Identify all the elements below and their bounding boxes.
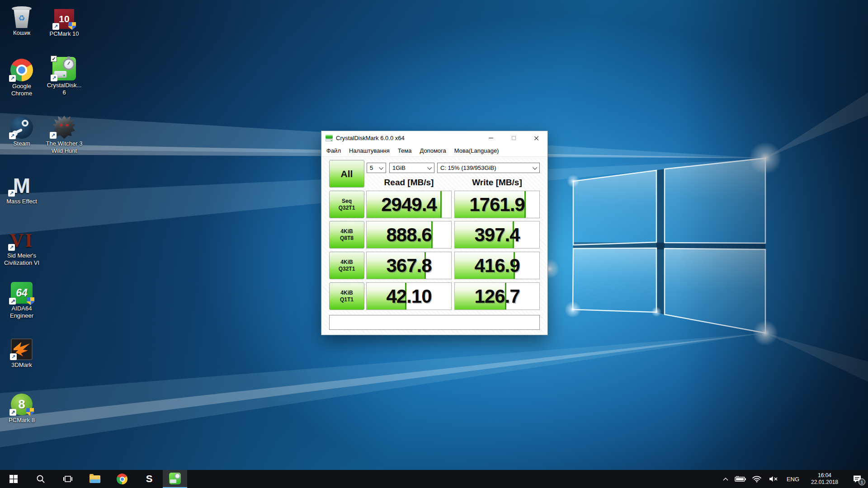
app-icon	[326, 135, 333, 141]
wifi-indicator[interactable]	[749, 470, 765, 488]
skype-icon: S	[146, 473, 153, 485]
icon-label: 3DMark	[0, 361, 43, 369]
shortcut-arrow-icon: ↗	[8, 190, 15, 197]
write-column-header: Write [MB/s]	[454, 178, 540, 188]
taskbar: S	[0, 470, 868, 488]
client-area: All 5 1GiB C: 15% (139/953GiB) Read [MB/…	[321, 156, 547, 335]
civilization-vi-icon: VI ↗	[0, 225, 43, 251]
menu-language[interactable]: Мова(Language)	[450, 146, 503, 155]
3dmark-icon: ↗	[0, 335, 43, 360]
shortcut-arrow-icon: ↗	[51, 75, 57, 81]
system-tray: ENG 16:04 22.01.2018 1	[719, 470, 868, 488]
desktop-icon-the-witcher-3[interactable]: ↗ The Witcher 3Wild Hunt	[42, 113, 86, 155]
drive-select[interactable]: C: 15% (139/953GiB)	[437, 163, 540, 173]
file-explorer-button[interactable]	[81, 470, 108, 488]
menu-bar: Файл Налаштування Тема Допомога Мова(Lan…	[321, 145, 547, 156]
4kib-q1t1-button[interactable]: 4KiBQ1T1	[329, 282, 364, 310]
shortcut-arrow-icon: ↗	[9, 409, 16, 416]
icon-label: PCMark 10	[42, 30, 86, 38]
uac-shield-icon	[68, 22, 76, 30]
minimize-button[interactable]	[480, 131, 502, 145]
crystaldiskmark-icon	[169, 473, 181, 484]
comment-input[interactable]	[329, 315, 540, 330]
run-count-select[interactable]: 5	[367, 163, 386, 173]
desktop-icon-google-chrome[interactable]: ↗ GoogleChrome	[0, 56, 43, 97]
tray-overflow-button[interactable]	[719, 470, 732, 488]
wifi-icon	[752, 475, 762, 483]
battery-indicator[interactable]	[732, 470, 749, 488]
close-button[interactable]	[525, 131, 547, 145]
pcmark-10-icon: 10 ↗	[42, 4, 86, 29]
chevron-down-icon	[533, 165, 537, 170]
read-result-cell: 2949.4	[366, 191, 452, 218]
icon-label: GoogleChrome	[0, 83, 43, 97]
desktop-icon-pcmark-8[interactable]: 8 ↗ PCMark 8	[0, 390, 43, 424]
menu-file[interactable]: Файл	[322, 146, 345, 155]
write-result-cell: 126.7	[454, 282, 540, 310]
crystaldiskmark-taskbar-button-active[interactable]	[163, 470, 187, 488]
4kib-q32t1-button[interactable]: 4KiBQ32T1	[329, 252, 364, 279]
uac-shield-icon	[26, 408, 34, 416]
shortcut-arrow-icon: ↗	[10, 353, 17, 360]
read-result-cell: 42.10	[366, 282, 452, 310]
desktop-icon-civilization-vi[interactable]: VI ↗ Sid Meier'sCivilization VI	[0, 225, 43, 267]
date: 22.01.2018	[811, 479, 838, 486]
icon-label: Sid Meier'sCivilization VI	[0, 252, 43, 267]
start-button[interactable]	[0, 470, 27, 488]
icon-label: Mass Effect	[0, 198, 43, 205]
desktop-icon-recycle-bin[interactable]: ♻ Кошик	[0, 3, 43, 37]
recycle-symbol-icon: ♻	[13, 14, 31, 23]
chrome-icon	[117, 474, 127, 484]
time: 16:04	[818, 472, 831, 479]
skype-taskbar-button[interactable]: S	[136, 470, 163, 488]
menu-settings[interactable]: Налаштування	[345, 146, 394, 155]
folder-icon	[90, 475, 100, 483]
language-indicator[interactable]: ENG	[783, 470, 803, 488]
shortcut-arrow-icon: ↗	[9, 75, 16, 82]
maximize-button[interactable]	[502, 131, 525, 145]
write-result-cell: 416.9	[454, 252, 540, 279]
notification-badge: 1	[859, 479, 865, 485]
shortcut-arrow-icon: ↗	[9, 298, 16, 305]
write-result-cell: 397.4	[454, 221, 540, 249]
icon-label: AIDA64Engineer	[0, 305, 43, 319]
seq-q32t1-button[interactable]: SeqQ32T1	[329, 191, 364, 218]
search-icon	[36, 474, 45, 483]
desktop-icon-aida64[interactable]: 64 ↗ AIDA64Engineer	[0, 278, 43, 319]
icon-label: PCMark 8	[0, 417, 43, 424]
witcher-wolf-icon: ↗	[42, 113, 86, 139]
clock[interactable]: 16:04 22.01.2018	[803, 470, 846, 488]
all-test-button[interactable]: All	[329, 160, 364, 188]
checkbox-icon: ✓	[51, 56, 57, 62]
volume-muted-icon	[769, 476, 779, 482]
read-result-cell: 888.6	[366, 221, 452, 249]
read-result-cell: 367.8	[366, 252, 452, 279]
uac-shield-icon	[27, 297, 34, 305]
desktop-icon-crystaldiskmark-6[interactable]: ✓ ↗ CrystalDisk...6	[42, 55, 86, 96]
title-bar[interactable]: CrystalDiskMark 6.0.0 x64	[321, 131, 547, 145]
icon-label: Кошик	[0, 29, 43, 37]
menu-help[interactable]: Допомога	[415, 146, 450, 155]
shortcut-arrow-icon: ↗	[8, 244, 15, 251]
desktop: ♻ Кошик 10 ↗ PCMark 10 ↗ GoogleChrome ✓ …	[0, 0, 868, 488]
desktop-icon-mass-effect[interactable]: M ↗ Mass Effect	[0, 171, 43, 205]
task-view-button[interactable]	[54, 470, 81, 488]
icon-label: The Witcher 3Wild Hunt	[42, 140, 86, 155]
icon-label: CrystalDisk...6	[42, 82, 86, 96]
search-button[interactable]	[27, 470, 54, 488]
window-title: CrystalDiskMark 6.0.0 x64	[336, 135, 405, 141]
recycle-bin-icon: ♻	[0, 3, 43, 28]
test-size-select[interactable]: 1GiB	[389, 163, 434, 173]
desktop-icon-3dmark[interactable]: ↗ 3DMark	[0, 335, 43, 369]
crystaldiskmark-icon: ✓ ↗	[42, 55, 86, 80]
desktop-icon-steam[interactable]: ↗ Steam	[0, 113, 43, 147]
pcmark10-glyph: 10	[59, 14, 69, 24]
desktop-icon-pcmark-10[interactable]: 10 ↗ PCMark 10	[42, 4, 86, 38]
mass-effect-icon: M ↗	[0, 171, 43, 197]
volume-indicator[interactable]	[765, 470, 783, 488]
chrome-taskbar-button[interactable]	[108, 470, 136, 488]
action-center-button[interactable]: 1	[846, 470, 868, 488]
steam-icon: ↗	[0, 113, 43, 139]
menu-theme[interactable]: Тема	[394, 146, 416, 155]
4kib-q8t8-button[interactable]: 4KiBQ8T8	[329, 221, 364, 249]
